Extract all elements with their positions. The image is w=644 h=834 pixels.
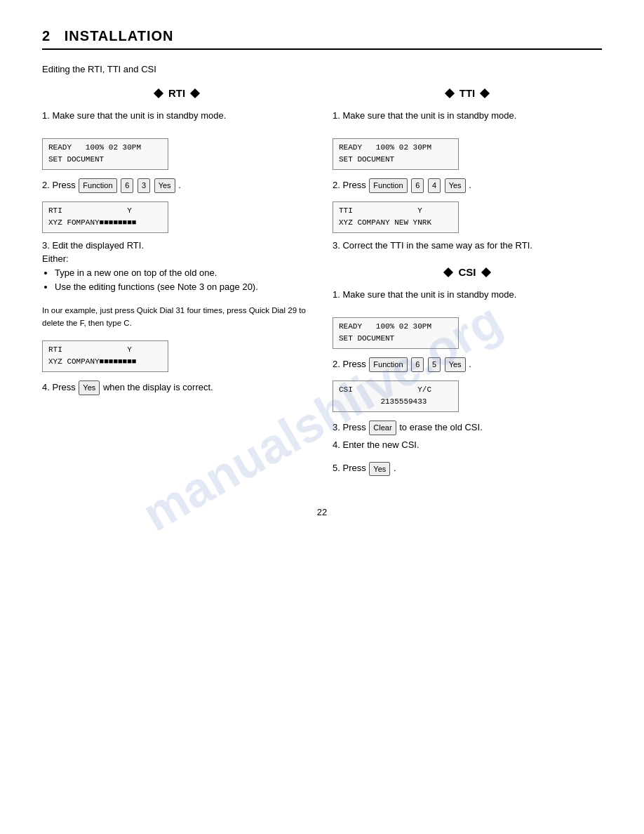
- csi-function-key[interactable]: Function: [369, 357, 407, 372]
- right-column: TTI 1. Make sure that the unit is in sta…: [333, 87, 602, 479]
- csi-step-1: 1. Make sure that the unit is in standby…: [333, 288, 602, 302]
- tti-step-1: 1. Make sure that the unit is in standby…: [333, 109, 602, 123]
- tti-yes-key[interactable]: Yes: [445, 178, 466, 193]
- function-key[interactable]: Function: [79, 178, 116, 193]
- diamond-tti-2: [480, 88, 490, 98]
- tti-step-3: 3. Correct the TTI in the same way as fo…: [333, 239, 602, 253]
- bullet-1: Type in a new one on top of the old one.: [55, 266, 311, 281]
- csi-lcd-display: CSI Y/C 2135559433: [333, 380, 459, 412]
- yes-key-2[interactable]: Yes: [79, 380, 100, 395]
- csi-lcd-standby: READY 100% 02 30PM SET DOCUMENT: [333, 317, 459, 349]
- tti-function-key[interactable]: Function: [369, 178, 407, 193]
- key-6[interactable]: 6: [121, 178, 133, 193]
- section-subtitle: Editing the RTI, TTI and CSI: [42, 64, 602, 74]
- page-title: 2 INSTALLATION: [42, 28, 602, 44]
- rti-lcd-corrected: RTI Y XYZ COMPANY■■■■■■■■: [42, 340, 168, 372]
- csi-step-3: 3. Press Clear to erase the old CSI.: [333, 421, 602, 435]
- tti-step-2: 2. Press Function 6 4 Yes .: [333, 178, 602, 193]
- csi-title: CSI: [333, 266, 602, 278]
- diamond-icon: [154, 88, 163, 98]
- tti-title: TTI: [333, 87, 602, 99]
- page-number: 22: [42, 507, 602, 517]
- csi-step-5: 5. Press Yes .: [333, 461, 602, 476]
- rti-bullets: Type in a new one on top of the old one.…: [42, 266, 311, 296]
- rti-step-2: 2. Press Function 6 3 Yes .: [42, 178, 311, 193]
- yes-key[interactable]: Yes: [154, 178, 175, 193]
- tti-key-6[interactable]: 6: [411, 178, 424, 193]
- clear-key[interactable]: Clear: [369, 421, 396, 435]
- csi-step-4: 4. Enter the new CSI.: [333, 438, 602, 452]
- csi-key-5[interactable]: 5: [428, 357, 441, 372]
- tti-lcd-display: TTI Y XYZ COMPANY NEW YNRK: [333, 201, 459, 233]
- rti-lcd-display: RTI Y XYZ FOMPANY■■■■■■■■: [42, 201, 168, 233]
- diamond-icon-2: [190, 88, 200, 98]
- tti-lcd-standby: READY 100% 02 30PM SET DOCUMENT: [333, 138, 459, 170]
- diamond-csi-1: [443, 267, 453, 277]
- bullet-2: Use the editing functions (see Note 3 on…: [55, 280, 311, 295]
- rti-step-1: 1. Make sure that the unit is in standby…: [42, 109, 311, 123]
- key-3[interactable]: 3: [137, 178, 150, 193]
- diamond-tti-1: [445, 88, 455, 98]
- csi-yes-key-final[interactable]: Yes: [369, 462, 390, 477]
- page-header: 2 INSTALLATION: [42, 28, 602, 50]
- tti-key-4[interactable]: 4: [428, 178, 441, 193]
- main-content: RTI 1. Make sure that the unit is in sta…: [42, 87, 602, 479]
- diamond-csi-2: [481, 267, 491, 277]
- rti-column: RTI 1. Make sure that the unit is in sta…: [42, 87, 311, 479]
- csi-key-6[interactable]: 6: [411, 357, 424, 372]
- rti-step-3: 3. Edit the displayed RTI. Either: Type …: [42, 239, 311, 296]
- rti-title: RTI: [42, 87, 311, 99]
- rti-lcd-standby: READY 100% 02 30PM SET DOCUMENT: [42, 138, 168, 170]
- csi-step-2: 2. Press Function 6 5 Yes .: [333, 357, 602, 372]
- rti-note: In our example, just press Quick Dial 31…: [42, 305, 311, 329]
- rti-step-4: 4. Press Yes when the display is correct…: [42, 380, 311, 395]
- csi-yes-key[interactable]: Yes: [445, 357, 466, 372]
